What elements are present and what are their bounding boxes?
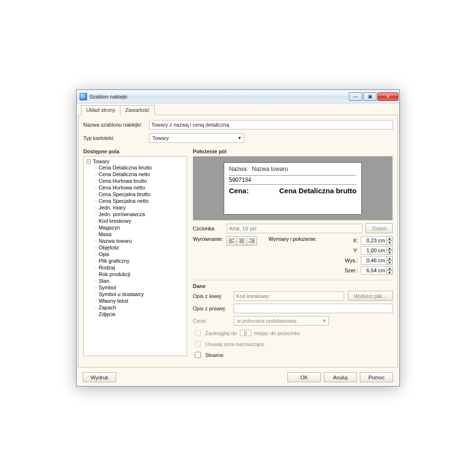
tree-item[interactable]: Symbol u dostawcy	[94, 291, 184, 298]
preview-card: Nazwa: Nazwa towaru 5907134 Cena: Cena D…	[224, 162, 362, 215]
preview-name-value: Nazwa towaru	[252, 166, 288, 172]
print-button[interactable]: Wydruk	[83, 372, 116, 382]
tabstrip: Układ strony Zawartość	[81, 105, 398, 115]
round-checkbox	[195, 330, 201, 336]
minimize-button[interactable]: —	[349, 92, 362, 101]
tree-item[interactable]: Jedn. miary	[94, 204, 184, 211]
tree-item[interactable]: Własny tekst	[94, 298, 184, 304]
tree-item[interactable]: Objętość	[94, 244, 184, 251]
round-post: miejsc do przecinku	[254, 330, 300, 336]
data-header: Dane	[193, 283, 393, 289]
tree-item[interactable]: Rodzaj	[94, 264, 184, 271]
tree-item[interactable]: Masa	[94, 231, 184, 238]
desc-right-label: Opis z prawej:	[193, 306, 230, 311]
align-left-button[interactable]	[227, 236, 237, 246]
price-unit-select: w jednostce podstawowej ▼	[234, 316, 329, 326]
preview-name-label: Nazwa:	[229, 166, 248, 172]
tree-item[interactable]: Cena Hurtowa netto	[94, 184, 184, 191]
tree-item[interactable]: Kod kreskowy	[94, 218, 184, 224]
tree-item[interactable]: Cena Detaliczna brutto	[94, 164, 184, 171]
change-font-button[interactable]: Zmień	[366, 223, 393, 233]
label-preview[interactable]: Nazwa: Nazwa towaru 5907134 Cena: Cena D…	[193, 156, 393, 220]
desc-left-label: Opis z lewej	[193, 293, 230, 299]
dim-w-label: Szer.:	[342, 268, 358, 273]
tree-root[interactable]: − Towary	[87, 159, 184, 164]
tab-content[interactable]: Zawartość	[120, 105, 155, 115]
in-words-checkbox[interactable]	[195, 352, 201, 358]
tree-root-label: Towary	[93, 159, 109, 164]
ok-button[interactable]: OK	[288, 372, 321, 382]
align-center-button[interactable]	[237, 236, 247, 246]
template-name-label: Nazwa szablonu naklejki:	[83, 122, 145, 128]
preview-price-value: Cena Detaliczna brutto	[253, 187, 357, 195]
tab-layout[interactable]: Układ strony	[81, 105, 120, 115]
in-words-label: Słownie	[205, 352, 224, 358]
strip-zeros-label: Usuwaj zera nieznaczące	[205, 341, 265, 347]
dim-x-label: X:	[342, 238, 358, 243]
window-buttons: — ▣ ✕	[349, 92, 398, 101]
tree-item[interactable]: Magazyn	[94, 224, 184, 231]
round-checkbox-row: Zaokrąglaj do miejsc do przecinku	[193, 328, 393, 337]
desc-right-input[interactable]	[234, 304, 393, 313]
dialog-window: Szablon naklejki — ▣ ✕ Układ strony Zawa…	[76, 89, 400, 387]
tab-pane: Nazwa szablonu naklejki: Typ kartoteki: …	[78, 115, 398, 367]
align-buttons	[227, 236, 257, 246]
round-digits-input	[240, 330, 251, 336]
font-display	[227, 224, 363, 233]
tree-item[interactable]: Zapach	[94, 304, 184, 311]
preview-price-label: Cena:	[229, 187, 249, 195]
tree-item[interactable]: Rok produkcji	[94, 271, 184, 278]
template-name-input[interactable]	[149, 120, 393, 129]
maximize-button[interactable]: ▣	[363, 92, 377, 101]
round-pre: Zaokrąglaj do	[205, 330, 237, 336]
dim-y-input[interactable]	[361, 246, 387, 255]
chevron-down-icon: ▼	[322, 318, 327, 323]
dim-x-input[interactable]	[361, 236, 387, 245]
align-right-button[interactable]	[247, 236, 257, 246]
dim-y-label: Y:	[342, 248, 358, 253]
strip-zeros-row: Usuwaj zera nieznaczące	[193, 339, 393, 348]
tree-item[interactable]: Cena Hurtowa brutto	[94, 178, 184, 184]
card-type-value: Towary	[152, 135, 169, 141]
tree-item[interactable]: Jedn. porównawcza	[94, 211, 184, 218]
tree-item[interactable]: Cena Detaliczna netto	[94, 171, 184, 178]
spin-down-icon[interactable]: ▼	[387, 240, 393, 245]
align-label: Wyrównanie:	[193, 236, 224, 242]
tree-item[interactable]: Symbol	[94, 284, 184, 291]
font-label: Czcionka	[193, 226, 224, 231]
close-button[interactable]: ✕	[377, 92, 398, 101]
in-words-row[interactable]: Słownie	[193, 350, 393, 359]
price-unit-label: Cena:	[193, 318, 230, 324]
card-type-select[interactable]: Towary ▼	[149, 133, 244, 143]
dim-h-label: Wys.:	[342, 258, 358, 263]
dialog-footer: Wydruk OK Anuluj Pomoc	[78, 367, 398, 382]
card-type-label: Typ kartoteki:	[83, 135, 145, 141]
tree-item[interactable]: Opis	[94, 251, 184, 258]
tree-item[interactable]: Stan	[94, 278, 184, 284]
collapse-icon[interactable]: −	[87, 159, 91, 164]
spin-up-icon[interactable]: ▲	[387, 236, 393, 240]
choose-file-button[interactable]: Wybierz plik...	[348, 291, 393, 301]
strip-zeros-checkbox	[195, 341, 201, 347]
titlebar: Szablon naklejki — ▣ ✕	[77, 90, 399, 103]
preview-barcode: 5907134	[229, 177, 251, 183]
chevron-down-icon: ▼	[238, 136, 242, 140]
dim-h-input[interactable]	[361, 256, 387, 265]
cancel-button[interactable]: Anuluj	[324, 372, 357, 382]
tree-item[interactable]: Nazwa towaru	[94, 238, 184, 244]
help-button[interactable]: Pomoc	[360, 372, 393, 382]
desc-left-input[interactable]	[234, 291, 344, 301]
position-header: Położenie pól	[193, 149, 393, 154]
tree-item[interactable]: Zdjęcie	[94, 311, 184, 317]
window-title: Szablon naklejki	[89, 94, 349, 99]
app-icon	[79, 93, 87, 100]
tree-item[interactable]: Cena Specjalna brutto	[94, 191, 184, 198]
fields-tree[interactable]: − Towary Cena Detaliczna bruttoCena Deta…	[83, 156, 187, 356]
dim-w-input[interactable]	[361, 266, 387, 275]
price-unit-value: w jednostce podstawowej	[237, 318, 297, 324]
dims-label: Wymiary i położenie:	[268, 236, 317, 242]
tree-item[interactable]: Plik graficzny	[94, 258, 184, 264]
available-fields-header: Dostępne pola	[83, 149, 187, 154]
tree-item[interactable]: Cena Specjalna netto	[94, 198, 184, 204]
